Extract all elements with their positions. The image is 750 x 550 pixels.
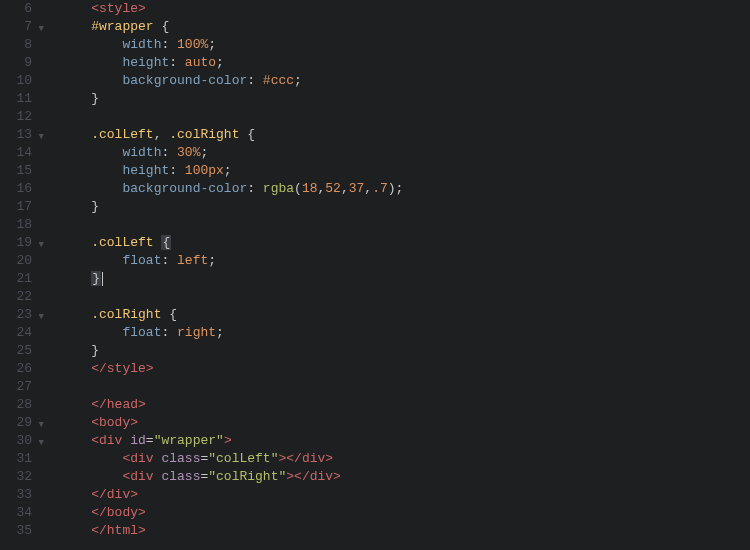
line-number-gutter: 6789101112131415161718192021222324252627…: [0, 0, 48, 550]
line-number: 13: [0, 126, 42, 144]
token-attr: class: [161, 469, 200, 484]
token-sel: .colRight: [91, 307, 161, 322]
token-prop: float: [122, 325, 161, 340]
token-val: auto: [185, 55, 216, 70]
token-val: .7: [372, 181, 388, 196]
code-line[interactable]: }: [60, 342, 403, 360]
code-line[interactable]: .colRight {: [60, 306, 403, 324]
code-line[interactable]: <div class="colRight"></div>: [60, 468, 403, 486]
token-punct: ;: [200, 145, 208, 160]
token-punct: ;: [216, 325, 224, 340]
line-number: 25: [0, 342, 42, 360]
code-line[interactable]: </style>: [60, 360, 403, 378]
line-number: 11: [0, 90, 42, 108]
token-punct: }: [91, 343, 99, 358]
code-line[interactable]: .colLeft, .colRight {: [60, 126, 403, 144]
token-str: "colLeft": [208, 451, 278, 466]
token-tag: <style>: [91, 1, 146, 16]
code-line[interactable]: </head>: [60, 396, 403, 414]
token-punct: {: [154, 19, 170, 34]
token-sel: .colRight: [169, 127, 239, 142]
token-prop: width: [122, 145, 161, 160]
line-number: 28: [0, 396, 42, 414]
line-number: 20: [0, 252, 42, 270]
line-number: 7: [0, 18, 42, 36]
code-line[interactable]: height: 100px;: [60, 162, 403, 180]
token-tag: </style>: [91, 361, 153, 376]
token-sel: .colLeft: [91, 235, 153, 250]
token-punct: ;: [224, 163, 232, 178]
code-editor[interactable]: 6789101112131415161718192021222324252627…: [0, 0, 750, 550]
code-line[interactable]: [60, 216, 403, 234]
token-punct: {: [239, 127, 255, 142]
code-line[interactable]: </html>: [60, 522, 403, 540]
code-line[interactable]: }: [60, 198, 403, 216]
code-line[interactable]: width: 30%;: [60, 144, 403, 162]
code-line[interactable]: </div>: [60, 486, 403, 504]
code-line[interactable]: [60, 378, 403, 396]
token-prop: width: [122, 37, 161, 52]
token-tag: </div>: [91, 487, 138, 502]
line-number: 33: [0, 486, 42, 504]
code-line[interactable]: .colLeft {: [60, 234, 403, 252]
token-prop: background-color: [122, 73, 247, 88]
token-punct: :: [247, 181, 263, 196]
token-punct: ,: [154, 127, 170, 142]
line-number: 10: [0, 72, 42, 90]
token-sel: .colLeft: [91, 127, 153, 142]
token-tag: <body>: [91, 415, 138, 430]
line-number: 30: [0, 432, 42, 450]
code-line[interactable]: <body>: [60, 414, 403, 432]
code-line[interactable]: [60, 108, 403, 126]
token-tag: <div: [122, 451, 161, 466]
code-line[interactable]: float: left;: [60, 252, 403, 270]
token-punct: (: [294, 181, 302, 196]
token-val: 100%: [177, 37, 208, 52]
code-line[interactable]: height: auto;: [60, 54, 403, 72]
token-val: #ccc: [263, 73, 294, 88]
code-area[interactable]: <style> #wrapper { width: 100%; height: …: [48, 0, 403, 550]
line-number: 22: [0, 288, 42, 306]
text-cursor: [102, 272, 103, 286]
line-number: 6: [0, 0, 42, 18]
token-attr: id: [130, 433, 146, 448]
token-sel: #wrapper: [91, 19, 153, 34]
token-punct: :: [169, 55, 185, 70]
code-line[interactable]: </body>: [60, 504, 403, 522]
token-punct: :: [169, 163, 185, 178]
token-tag: </body>: [91, 505, 146, 520]
token-punct: ;: [208, 37, 216, 52]
line-number: 34: [0, 504, 42, 522]
code-line[interactable]: <div id="wrapper">: [60, 432, 403, 450]
code-line[interactable]: width: 100%;: [60, 36, 403, 54]
matched-brace: }: [91, 271, 101, 286]
code-line[interactable]: <style>: [60, 0, 403, 18]
line-number: 18: [0, 216, 42, 234]
token-punct: :: [161, 37, 177, 52]
code-line[interactable]: <div class="colLeft"></div>: [60, 450, 403, 468]
token-punct: {: [161, 307, 177, 322]
line-number: 24: [0, 324, 42, 342]
token-punct: }: [91, 91, 99, 106]
line-number: 31: [0, 450, 42, 468]
code-line[interactable]: background-color: #ccc;: [60, 72, 403, 90]
token-prop: background-color: [122, 181, 247, 196]
code-line[interactable]: #wrapper {: [60, 18, 403, 36]
line-number: 8: [0, 36, 42, 54]
token-str: "wrapper": [154, 433, 224, 448]
token-punct: ;: [216, 55, 224, 70]
code-line[interactable]: }: [60, 270, 403, 288]
line-number: 32: [0, 468, 42, 486]
token-punct: ,: [364, 181, 372, 196]
token-prop: float: [122, 253, 161, 268]
matched-brace: {: [161, 235, 171, 250]
code-line[interactable]: }: [60, 90, 403, 108]
code-line[interactable]: [60, 288, 403, 306]
token-punct: :: [247, 73, 263, 88]
line-number: 9: [0, 54, 42, 72]
token-tag: ></div>: [286, 469, 341, 484]
token-tag: </head>: [91, 397, 146, 412]
code-line[interactable]: background-color: rgba(18,52,37,.7);: [60, 180, 403, 198]
code-line[interactable]: float: right;: [60, 324, 403, 342]
token-val: 30%: [177, 145, 200, 160]
